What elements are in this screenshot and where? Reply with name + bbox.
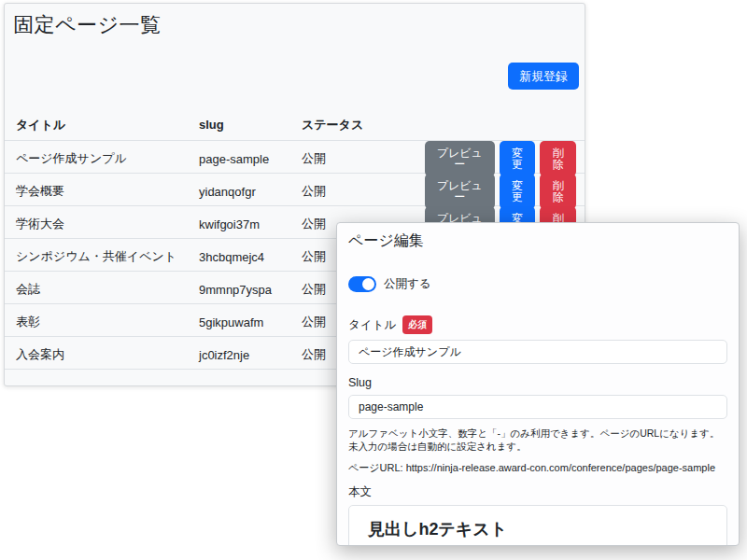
row-slug: yidanqofgr	[199, 185, 302, 199]
edit-panel-title: ページ編集	[348, 231, 727, 251]
row-title: 表彰	[16, 314, 199, 330]
delete-button[interactable]: 削除	[540, 174, 576, 209]
publish-toggle[interactable]	[348, 276, 376, 292]
row-title: 会誌	[16, 281, 199, 298]
preview-button[interactable]: プレビュー	[425, 174, 495, 209]
row-slug: 9mmnp7yspa	[199, 283, 302, 297]
row-status: 公開	[302, 183, 425, 200]
header-title: タイトル	[16, 117, 199, 133]
editor-heading-h2: 見出しh2テキスト	[368, 518, 708, 540]
body-editor[interactable]: 見出しh2テキスト 見出しh3テキスト ここにテキストが入ります。サンプルテキス…	[348, 505, 727, 546]
table-row: 学会概要 yidanqofgr 公開 プレビュー 変更 削除	[5, 173, 585, 205]
table-header-row: タイトル slug ステータス	[5, 109, 585, 140]
row-title: シンポジウム・共催イベント	[16, 248, 199, 265]
row-status: 公開	[302, 150, 425, 167]
edit-button[interactable]: 変更	[500, 174, 536, 209]
title-input[interactable]	[348, 340, 727, 364]
row-slug: kwifgoi37m	[199, 217, 302, 231]
page-edit-panel: ページ編集 公開する タイトル 必須 Slug アルファベット小文字、数字と「-…	[336, 222, 740, 546]
row-slug: 3hcbqmejc4	[199, 250, 302, 264]
row-title: 学術大会	[16, 216, 199, 232]
row-title: 学会概要	[16, 183, 199, 200]
slug-field-label-row: Slug	[348, 376, 727, 389]
title-field-label-row: タイトル 必須	[348, 315, 727, 334]
page-title: 固定ページ一覧	[13, 11, 585, 39]
row-actions: プレビュー 変更 削除	[425, 141, 585, 176]
toolbar: 新規登録	[5, 63, 579, 90]
row-slug: page-sample	[199, 152, 302, 166]
header-status: ステータス	[302, 117, 425, 133]
body-field-label: 本文	[348, 484, 727, 500]
required-badge: 必須	[402, 315, 432, 334]
row-actions: プレビュー 変更 削除	[425, 174, 585, 209]
slug-help-text: アルファベット小文字、数字と「-」のみ利用できます。ページのURLになります。未…	[348, 427, 727, 453]
slug-field-label: Slug	[348, 376, 372, 389]
row-title: ページ作成サンプル	[16, 150, 199, 167]
row-title: 入会案内	[16, 346, 199, 363]
publish-toggle-label: 公開する	[384, 276, 431, 292]
delete-button[interactable]: 削除	[540, 141, 576, 176]
row-slug: 5gikpuwafm	[199, 315, 302, 329]
row-slug: jc0izf2nje	[199, 348, 302, 362]
toggle-knob-icon	[362, 278, 374, 290]
edit-button[interactable]: 変更	[500, 141, 536, 176]
page-url-text: ページURL: https://ninja-release.award-con.…	[348, 461, 727, 475]
title-field-label: タイトル	[348, 317, 396, 333]
table-row: ページ作成サンプル page-sample 公開 プレビュー 変更 削除	[5, 140, 585, 173]
slug-input[interactable]	[348, 395, 727, 419]
preview-button[interactable]: プレビュー	[425, 141, 495, 176]
publish-toggle-row: 公開する	[348, 276, 727, 292]
new-page-button[interactable]: 新規登録	[508, 63, 579, 90]
header-slug: slug	[199, 118, 302, 132]
